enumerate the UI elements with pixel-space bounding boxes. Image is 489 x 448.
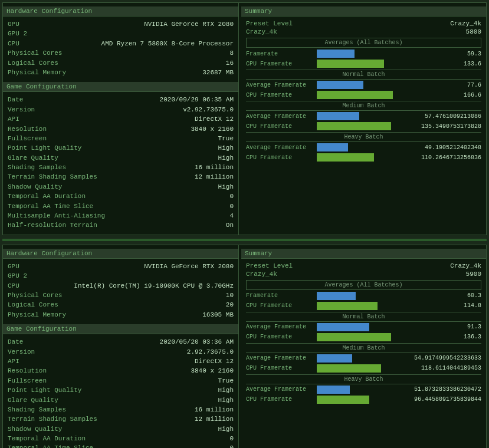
batch-p1-b2-bar-row-0: Average Framerate49.1905212402348 [246,143,481,151]
gc-kv-row-2-4: FullscreenTrue [8,377,234,386]
gc-kv-row-2-7: Shading Samples16 million [8,406,234,414]
crazy4k-row-1: Crazy_4k5800 [246,28,481,35]
batch-p2-b1-bar-row-0: Average Framerate54.9174999542233633 [246,354,481,363]
hw-key-2-1: GPU 2 [8,272,27,281]
gc-value-2-3: 3840 x 2160 [191,367,234,375]
avg-p1-bar-fill-1 [317,60,384,68]
gc-kv-row-1-6: Glare QualityHigh [8,154,234,163]
hw-key-1-2: CPU [8,39,19,48]
batch-p1-b1-bar-label-1: CPU Framerate [246,123,317,130]
gc-value-2-8: 12 million [195,415,234,424]
batch-p1-b1-bar-fill-0 [317,112,359,120]
gc-kv-row-1-1: Versionv2.92.73675.0 [8,106,234,114]
avg-p2-bar-fill-0 [317,292,356,300]
hw-kv-row-1-1: GPU 2 [8,29,234,38]
gc-kv-row-2-1: Version2.92.73675.0 [8,348,234,357]
gc-key-1-5: Point Light Quality [8,144,81,153]
gc-key-2-7: Shading Samples [8,406,66,414]
batch-p1-b2-bar-fill-1 [317,153,374,162]
hw-key-1-3: Physical Cores [8,49,62,58]
batch-label-2-2: Heavy Batch [246,374,481,384]
batch-p1-b2-bar-row-1: CPU Framerate110.2646713256836 [246,153,481,162]
batch-p2-b0-bar-container-1 [317,333,401,341]
avg-p1-bar-container-0 [317,50,401,58]
hw-value-1-5: 32687 MB [202,68,234,77]
batch-p1-b2-bar-container-1 [317,153,401,162]
avg-p2-bar-container-1 [317,302,401,310]
gc-key-1-8: Terrain Shading Samples [8,173,97,182]
batch-p2-b2-bar-fill-0 [317,386,350,394]
batch-label-1-2: Heavy Batch [246,132,481,142]
gc-key-2-6: Glare Quality [8,396,58,405]
avg-p2-bar-label-1: CPU Framerate [246,302,317,309]
batch-p1-b0-bar-value-1: 166.6 [405,92,481,98]
gc-kv-row-2-0: Date2020/05/20 03:36 AM [8,338,234,347]
batch-label-2-1: Medium Batch [246,343,481,353]
hw-key-2-3: Physical Cores [8,291,62,300]
batch-p2-b2-bar-label-1: CPU Framerate [246,396,317,403]
avg-p1-bar-container-1 [317,60,401,68]
gc-kv-row-1-5: Point Light QualityHigh [8,144,234,153]
batch-p1-b0-bar-container-1 [317,91,401,99]
hw-key-2-0: GPU [8,262,19,271]
batch-p2-b2-bar-row-1: CPU Framerate96.4458091735839844 [246,396,481,404]
gc-key-2-9: Shadow Quality [8,425,62,434]
batch-p2-b1-bar-container-1 [317,364,401,373]
batch-p2-b1-bar-container-0 [317,354,401,363]
batch-p1-b0-bar-label-1: CPU Framerate [246,92,317,98]
batch-p1-b1-bar-value-1: 135.3490753173828 [405,123,481,130]
batch-p2-b1-bar-value-0: 54.9174999542233633 [405,355,481,361]
gc-kv-row-1-2: APIDirectX 12 [8,115,234,124]
left-panel-2: Hardware ConfigurationGPUNVIDIA GeForce … [3,245,239,448]
batch-p2-b0-bar-row-0: Average Framerate91.3 [246,323,481,331]
batch-p1-b1-bar-container-0 [317,112,401,120]
gc-kv-row-1-13: Half-resolution TerrainOn [8,221,234,230]
hw-value-2-3: 10 [226,291,234,300]
gc-kv-row-2-2: APIDirectX 12 [8,357,234,366]
hw-value-2-0: NVIDIA GeForce RTX 2080 [144,262,234,271]
gc-key-1-0: Date [8,95,23,104]
batch-p1-b1-bar-fill-1 [317,122,391,130]
hw-kv-row-1-4: Logical Cores16 [8,59,234,68]
gc-key-2-4: Fullscreen [8,377,47,386]
hw-value-1-4: 16 [226,59,234,68]
batch-p1-b1-bar-row-0: Average Framerate57.4761009213086 [246,112,481,120]
right-panel-2: SummaryPreset LevelCrazy_4kCrazy_4k5900A… [241,245,486,448]
gc-value-1-6: High [218,154,234,163]
gc-key-2-8: Terrain Shading Samples [8,415,97,424]
gc-kv-row-2-6: Glare QualityHigh [8,396,234,405]
batch-p2-b0-bar-value-1: 136.3 [405,334,481,340]
gc-key-2-5: Point Light Quality [8,386,81,395]
gc-value-2-2: DirectX 12 [195,357,234,366]
avg-p1-bar-row-1: CPU Framerate133.6 [246,60,481,68]
hw-header-2: Hardware Configuration [3,249,238,259]
crazy4k-row-2: Crazy_4k5900 [246,271,481,278]
gc-key-2-10: Temporal AA Duration [8,434,86,443]
hw-key-1-4: Logical Cores [8,59,58,68]
gc-kv-row-1-0: Date2020/09/29 06:35 AM [8,95,234,104]
gc-header-1: Game Configuration [3,82,238,92]
hw-key-1-0: GPU [8,20,19,29]
gc-key-1-4: Fullscreen [8,134,47,143]
gc-value-2-0: 2020/05/20 03:36 AM [160,338,234,347]
batch-p2-b0-bar-label-0: Average Framerate [246,324,317,330]
batch-p2-b0-bar-fill-0 [317,323,369,331]
hw-key-2-5: Physical Memory [8,311,66,319]
batch-p1-b0-bar-fill-0 [317,81,363,89]
batch-p2-b2-bar-container-0 [317,386,401,394]
gc-kv-row-2-5: Point Light QualityHigh [8,386,234,395]
gc-key-2-3: Resolution [8,367,47,375]
batch-p1-b1-bar-container-1 [317,122,401,130]
avg-p1-bar-fill-0 [317,50,355,58]
batch-p1-b2-bar-label-0: Average Framerate [246,144,317,151]
panel-row-1: Hardware ConfigurationGPUNVIDIA GeForce … [2,2,487,235]
hw-kv-row-1-5: Physical Memory32687 MB [8,68,234,77]
avg-p2-bar-row-0: Framerate60.3 [246,292,481,300]
gc-value-2-10: 0 [229,434,234,443]
preset-level-key-1: Preset Level [246,20,293,27]
gc-value-1-1: v2.92.73675.0 [183,106,234,114]
batch-p2-b0-bar-fill-1 [317,333,391,341]
gc-value-1-10: 0 [229,192,234,201]
batch-p1-b0-bar-label-0: Average Framerate [246,82,317,88]
gc-value-1-0: 2020/09/29 06:35 AM [160,95,234,104]
